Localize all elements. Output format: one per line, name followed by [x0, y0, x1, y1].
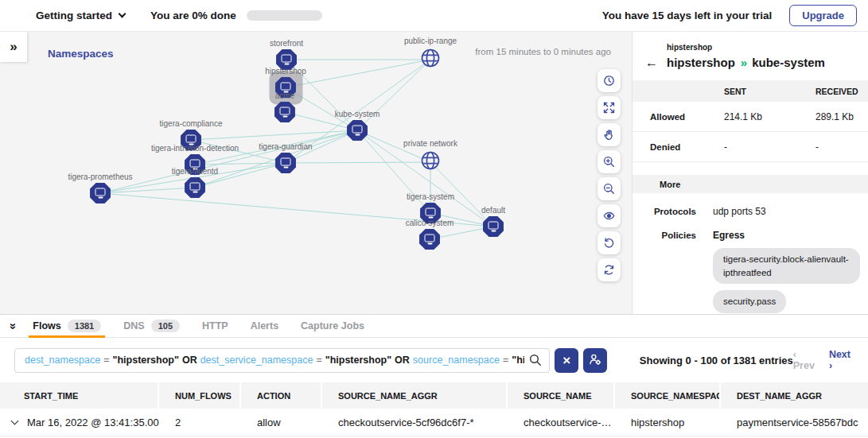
tab-label: DNS — [123, 320, 144, 331]
getting-started-menu[interactable]: Getting started — [36, 10, 125, 21]
column-header-source-name-aggr[interactable]: SOURCE_NAME_AGGR — [322, 382, 508, 409]
monitor-glyph — [426, 208, 436, 216]
globe-icon — [419, 47, 442, 72]
stat-received: - — [792, 141, 868, 153]
query-token-bool: OR — [182, 355, 197, 366]
graph-node-public-ip-range[interactable]: public-ip-range — [419, 47, 442, 72]
bottom-tab-bar: » Flows1381DNS105HTTPAlertsCapture Jobs — [0, 315, 868, 338]
next-page-button[interactable]: Next › — [829, 349, 855, 371]
graph-node-tigera-prometheus[interactable]: tigera-prometheus — [90, 183, 111, 204]
expand-icon — [603, 102, 615, 114]
query-token-op: = — [103, 355, 109, 366]
cell-start-time: Mar 16, 2022 @ 13:41:35.000 — [0, 417, 159, 428]
graph-node-kube-system[interactable]: kube-system — [347, 120, 368, 141]
zoom-in-icon — [603, 156, 615, 168]
namespace-icon — [275, 153, 297, 174]
cell-source-namespace: hipstershop — [615, 417, 721, 428]
undo-button[interactable] — [597, 231, 621, 254]
graph-node-tigera-guardian[interactable]: tigera-guardian — [275, 153, 297, 174]
cell-text: Mar 16, 2022 @ 13:41:35.000 — [27, 417, 159, 428]
monitor-glyph — [281, 83, 291, 91]
clear-query-button[interactable]: × — [555, 348, 578, 373]
query-token-key: dest_namespace — [25, 355, 100, 366]
back-button[interactable]: ← — [645, 56, 658, 69]
prev-page-button[interactable]: ‹ Prev — [793, 349, 819, 371]
refresh-button[interactable] — [597, 258, 621, 281]
tab-count-badge: 105 — [151, 320, 180, 332]
stats-row-denied: Denied-- — [633, 132, 868, 162]
column-header-dest-name-aggr[interactable]: DEST_NAME_AGGR — [721, 382, 868, 409]
row-expand-chevron-icon[interactable] — [11, 417, 19, 424]
query-token-value: "hipstershop" — [113, 355, 179, 366]
column-header-num-flows[interactable]: NUM_FLOWS — [159, 382, 241, 409]
top-bar: Getting started You are 0% done You have… — [0, 0, 868, 32]
protocols-row: Protocols udp ports 53 — [647, 206, 860, 217]
zoom-out-button[interactable] — [597, 177, 621, 200]
monitor-glyph — [352, 126, 363, 134]
graph-node-tigera-fluentd[interactable]: tigera-fluentd — [185, 177, 206, 199]
tab-label: HTTP — [202, 320, 228, 331]
column-header-source-namespace[interactable]: SOURCE_NAMESPACE — [615, 382, 721, 409]
graph-nodes: storefronthipstershopacmekube-systempubl… — [0, 32, 632, 314]
edge-source: hipstershop — [667, 56, 735, 69]
stat-sent: - — [700, 141, 792, 153]
column-header-action[interactable]: ACTION — [241, 382, 322, 409]
pan-button[interactable] — [597, 123, 621, 146]
zoom-in-button[interactable] — [597, 150, 621, 173]
flows-query-input[interactable]: dest_namespace="hipstershop"ORdest_servi… — [14, 348, 550, 373]
node-label: tigera-intrusion-detection — [151, 144, 239, 153]
stats-header: SENT RECEIVED — [633, 80, 868, 102]
bottom-tabs: Flows1381DNS105HTTPAlertsCapture Jobs — [21, 315, 376, 337]
node-label: tigera-prometheus — [68, 172, 132, 181]
node-label: tigera-compliance — [160, 119, 223, 128]
graph-node-private-network[interactable]: private network — [419, 149, 442, 175]
tab-flows[interactable]: Flows1381 — [21, 315, 112, 337]
graph-node-calico-system[interactable]: calico-system — [419, 229, 441, 250]
clock-icon — [603, 75, 615, 87]
fit-view-button[interactable] — [597, 96, 621, 119]
breadcrumb: hipstershop — [667, 43, 868, 52]
policy-pill[interactable]: tigera-security.block-alienvault-ipthrea… — [713, 248, 860, 284]
policy-pill[interactable]: security.pass — [713, 290, 786, 313]
tab-label: Flows — [33, 320, 60, 331]
top-bar-right: You have 15 days left in your trial Upgr… — [602, 5, 857, 26]
col-received: RECEIVED — [792, 87, 868, 96]
protocols-label: Protocols — [647, 206, 696, 216]
double-chevron-right-icon: » — [10, 39, 17, 55]
graph-node-acme[interactable]: acme — [274, 102, 296, 123]
tab-dns[interactable]: DNS105 — [112, 315, 191, 337]
hand-icon — [603, 129, 615, 141]
graph-node-default[interactable]: default — [483, 216, 504, 238]
node-label: default — [481, 206, 505, 215]
flows-table-body: Mar 16, 2022 @ 13:41:35.0002allowcheckou… — [0, 409, 868, 436]
time-range-button[interactable] — [597, 69, 621, 92]
cell-dest-name-aggr: paymentservice-58567bdc — [721, 417, 868, 428]
policy-pills: tigera-security.block-alienvault-ipthrea… — [713, 248, 860, 314]
column-header-start-time[interactable]: START_TIME — [0, 382, 159, 409]
tab-http[interactable]: HTTP — [191, 315, 239, 337]
top-bar-left: Getting started You are 0% done — [36, 10, 322, 21]
graph-toolbar — [597, 69, 621, 281]
namespace-icon — [274, 102, 296, 123]
flows-table-header: START_TIMENUM_FLOWSACTIONSOURCE_NAME_AGG… — [0, 382, 868, 409]
tab-capture-jobs[interactable]: Capture Jobs — [290, 315, 376, 337]
detail-panel: hipstershop ← hipstershop » kube-system … — [633, 32, 868, 314]
detail-title-row: ← hipstershop » kube-system — [645, 56, 868, 69]
namespace-icon — [90, 183, 111, 204]
tab-label: Alerts — [251, 320, 278, 331]
upgrade-button[interactable]: Upgrade — [789, 5, 857, 26]
policies-value: Egress tigera-security.block-alienvault-… — [713, 230, 860, 314]
sidebar-expand-button[interactable]: » — [0, 32, 27, 62]
col-sent: SENT — [700, 87, 792, 96]
node-label: storefront — [270, 39, 303, 48]
table-row[interactable]: Mar 16, 2022 @ 13:41:35.0002allowcheckou… — [0, 409, 868, 436]
tab-alerts[interactable]: Alerts — [239, 315, 290, 337]
refresh-icon — [603, 264, 615, 276]
collapse-panel-button[interactable]: » — [7, 323, 21, 329]
visibility-button[interactable] — [597, 204, 621, 227]
column-header-source-name[interactable]: SOURCE_NAME — [508, 382, 615, 409]
query-tokens: dest_namespace="hipstershop"ORdest_servi… — [25, 355, 524, 366]
close-icon: × — [562, 354, 570, 367]
user-query-settings-button[interactable] — [583, 348, 607, 373]
stats-row-allowed: Allowed214.1 Kb289.1 Kb — [633, 102, 868, 132]
